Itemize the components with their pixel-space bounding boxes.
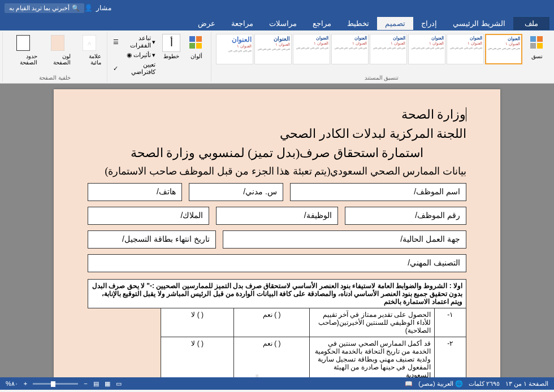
view-print-icon[interactable]: ▦ bbox=[105, 380, 110, 387]
page-borders-button[interactable]: حدود الصفحة bbox=[6, 33, 40, 67]
field-current-work[interactable]: جهة العمل الحالية/ bbox=[223, 230, 466, 249]
doc-h1[interactable]: وزارة الصحة bbox=[88, 107, 466, 122]
svg-rect-3 bbox=[537, 43, 543, 49]
paragraph-spacing-button[interactable]: ▾تباعد الفقرات☰ bbox=[111, 34, 158, 50]
page-color-icon bbox=[49, 34, 67, 52]
theme-tile[interactable]: العنوانالعنوان ١نص نص نص نص نص نص نص bbox=[485, 34, 522, 64]
svg-text:A: A bbox=[88, 41, 91, 46]
search-placeholder: أخبرني بما تريد القيام به bbox=[9, 5, 70, 12]
field-phone[interactable]: هاتف/ bbox=[88, 183, 182, 201]
field-civil-id[interactable]: س. مدني/ bbox=[189, 183, 283, 201]
default-icon: ✓ bbox=[113, 65, 118, 72]
no-option[interactable]: ( ) لا bbox=[161, 308, 234, 337]
watermark-button[interactable]: A علامة مائية bbox=[75, 33, 103, 67]
yes-option[interactable]: ( ) نعم bbox=[234, 308, 310, 337]
colors-button[interactable]: ألوان bbox=[185, 33, 207, 60]
themes-gallery[interactable]: العنوانالعنوان ١نص نص نص نص نص نص نص الع… bbox=[215, 33, 523, 66]
svg-rect-11 bbox=[16, 35, 30, 51]
svg-rect-2 bbox=[530, 43, 536, 49]
status-page[interactable]: الصفحة ١ من ١٣ bbox=[505, 380, 548, 387]
fonts-icon: أ bbox=[162, 34, 180, 52]
row-num[interactable]: ١- bbox=[434, 308, 466, 337]
status-lang[interactable]: 🌐 العربية (مصر) bbox=[418, 380, 462, 387]
view-web-icon[interactable]: ▤ bbox=[93, 380, 99, 387]
page-borders-icon bbox=[14, 34, 32, 52]
zoom-level[interactable]: ٨٠% bbox=[6, 380, 18, 387]
colors-icon bbox=[187, 34, 205, 52]
no-option[interactable]: ( ) لا bbox=[161, 337, 234, 378]
svg-rect-1 bbox=[537, 36, 543, 42]
field-reg-expiry[interactable]: تاريخ انتهاء بطاقة التسجيل/ bbox=[88, 230, 216, 249]
ribbon-tabs: ملف الشريط الرئيسي إدراج تصميم تخطيط مرا… bbox=[0, 16, 554, 31]
tab-mailings[interactable]: مراسلات bbox=[261, 17, 305, 30]
page[interactable]: وزارة الصحة اللجنة المركزية لبدلات الكاد… bbox=[54, 89, 500, 377]
page-color-label: لون الصفحة bbox=[44, 53, 71, 66]
status-words[interactable]: ٢٦٩٥ كلمات bbox=[469, 380, 500, 387]
svg-rect-5 bbox=[196, 36, 202, 42]
field-emp-no[interactable]: رقم الموظف/ bbox=[345, 207, 466, 225]
page-borders-label: حدود الصفحة bbox=[8, 53, 37, 66]
row-text[interactable]: قد أكمل الممارس الصحي سنتين في الخدمة من… bbox=[310, 337, 435, 378]
themes-icon bbox=[528, 34, 546, 52]
zoom-in-button[interactable]: + bbox=[24, 380, 27, 387]
theme-tile[interactable]: العنوانالعنوان ١نص نص نص نص نص نص نص bbox=[293, 34, 330, 64]
doc-formatting-label: تنسيق المستند bbox=[215, 73, 548, 81]
tab-file[interactable]: ملف bbox=[513, 17, 549, 30]
svg-rect-6 bbox=[189, 43, 195, 49]
watermark-icon: A bbox=[80, 34, 98, 52]
field-prof-class[interactable]: التصنيف المهني/ bbox=[88, 254, 466, 272]
requirements-table[interactable]: اولا : الشروط والضوابط العامة لاستيفاء ب… bbox=[88, 279, 466, 377]
view-read-icon[interactable]: ▭ bbox=[116, 380, 122, 387]
yes-option[interactable]: ( ) نعم bbox=[234, 337, 310, 378]
theme-tile[interactable]: العنوانالعنوان ١نص نص نص نص نص نص نص bbox=[408, 34, 445, 64]
page-color-button[interactable]: لون الصفحة bbox=[42, 33, 73, 67]
row-num[interactable]: ٢- bbox=[434, 337, 466, 378]
themes-label: نسق bbox=[531, 53, 543, 59]
doc-h2[interactable]: اللجنة المركزية لبدلات الكادر الصحي bbox=[88, 127, 466, 141]
tab-design[interactable]: تصميم bbox=[377, 17, 413, 30]
fonts-button[interactable]: أ خطوط bbox=[160, 33, 183, 60]
theme-tile[interactable]: العنوانالعنوان ١نص نص نص نص نص نص نص bbox=[254, 34, 292, 64]
effects-button[interactable]: ▾تأثيرات◉ bbox=[111, 51, 158, 59]
doc-h4[interactable]: بيانات الممارس الصحي السعودي(يتم تعبئة ه… bbox=[88, 165, 466, 177]
theme-tile[interactable]: العنوانالعنوان ١نص نص نص نص نص نص نص bbox=[370, 34, 407, 64]
field-cadre[interactable]: الملاك/ bbox=[88, 207, 209, 225]
document-area[interactable]: وزارة الصحة اللجنة المركزية لبدلات الكاد… bbox=[0, 84, 554, 377]
tab-home[interactable]: الشريط الرئيسي bbox=[445, 17, 513, 30]
theme-tile[interactable]: العنوانالعنوان ١نص نص نص نص نص bbox=[216, 34, 253, 64]
set-default-button[interactable]: تعيين كافتراضي✓ bbox=[111, 60, 158, 76]
tell-me-search[interactable]: 🔍 أخبرني بما تريد القيام به bbox=[5, 3, 84, 13]
theme-tile[interactable]: العنوانالعنوان ١نص نص نص نص نص نص نص bbox=[447, 34, 484, 64]
spacing-icon: ☰ bbox=[113, 38, 119, 46]
svg-rect-7 bbox=[196, 43, 202, 49]
tab-review[interactable]: مراجعة bbox=[223, 17, 261, 30]
effects-icon: ◉ bbox=[127, 51, 132, 59]
title-bar: مشار 👤 🔍 أخبرني بما تريد القيام به bbox=[0, 0, 554, 16]
field-emp-name[interactable]: اسم الموظف/ bbox=[290, 183, 466, 201]
theme-tile[interactable]: العنوانالعنوان ١نص نص نص نص نص نص نص bbox=[331, 34, 369, 64]
doc-h3[interactable]: استمارة استحقاق صرف(بدل تميز) لمنسوبي وز… bbox=[88, 146, 466, 160]
tab-view[interactable]: عرض bbox=[190, 17, 223, 30]
status-accessibility-icon[interactable]: 📖 bbox=[405, 380, 413, 387]
svg-rect-0 bbox=[530, 36, 536, 42]
status-bar: الصفحة ١ من ١٣ ٢٦٩٥ كلمات 🌐 العربية (مصر… bbox=[0, 377, 554, 390]
page-background-label: خلفية الصفحة bbox=[6, 73, 103, 81]
svg-rect-4 bbox=[189, 36, 195, 42]
colors-label: ألوان bbox=[191, 53, 202, 59]
search-icon: 🔍 bbox=[72, 5, 80, 12]
field-job[interactable]: الوظيفة/ bbox=[216, 207, 337, 225]
tab-layout[interactable]: تخطيط bbox=[339, 17, 377, 30]
user-icon[interactable]: 👤 bbox=[84, 4, 93, 12]
svg-rect-10 bbox=[51, 35, 64, 51]
watermark-label: علامة مائية bbox=[77, 53, 101, 66]
tab-references[interactable]: مراجع bbox=[305, 17, 339, 30]
share-button[interactable]: مشار bbox=[96, 4, 111, 12]
zoom-out-button[interactable]: − bbox=[84, 380, 87, 387]
themes-button[interactable]: نسق bbox=[526, 33, 548, 60]
row-text[interactable]: الحصول على تقدير ممتاز في آخر تقييم للأد… bbox=[310, 308, 435, 337]
fonts-label: خطوط bbox=[163, 53, 179, 59]
zoom-slider[interactable] bbox=[33, 383, 78, 385]
ribbon-content: نسق العنوانالعنوان ١نص نص نص نص نص نص نص… bbox=[0, 31, 554, 84]
tab-insert[interactable]: إدراج bbox=[413, 17, 445, 30]
table-header[interactable]: اولا : الشروط والضوابط العامة لاستيفاء ب… bbox=[88, 280, 466, 308]
